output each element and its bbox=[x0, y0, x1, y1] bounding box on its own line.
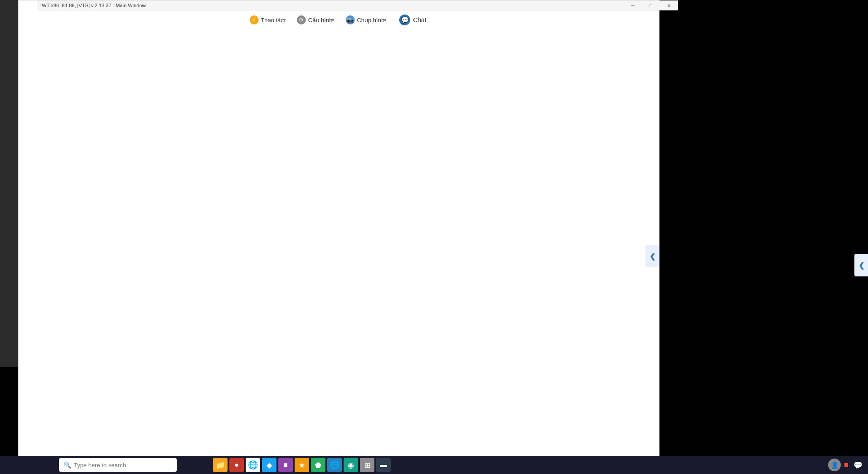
config-dropdown-arrow: ▾ bbox=[332, 17, 335, 23]
operations-label: Thao tác bbox=[261, 17, 284, 24]
operations-icon: ⚡ bbox=[249, 15, 258, 24]
taskbar-app-11[interactable]: ▬ bbox=[376, 458, 391, 472]
app6-icon: ★ bbox=[299, 461, 305, 469]
app11-icon: ▬ bbox=[380, 461, 387, 469]
taskbar-chat-icon: 💬 bbox=[853, 461, 863, 469]
close-button[interactable]: ✕ bbox=[660, 0, 678, 10]
search-input[interactable] bbox=[74, 462, 165, 469]
capture-label: Chụp hình bbox=[357, 17, 384, 24]
window-title: LWT-x86_84-86, [VTS] v.2.13.37 - Main Wi… bbox=[39, 3, 145, 8]
content-area bbox=[19, 28, 659, 457]
capture-icon: 📷 bbox=[345, 15, 354, 24]
chat-icon: 💬 bbox=[399, 15, 410, 25]
taskbar-app-8[interactable]: 🌐 bbox=[327, 458, 342, 472]
toolbar-buttons: ⚡ Thao tác ▾ ⚙ Cấu hình ▾ 📷 Chụp hình ▾ … bbox=[245, 12, 432, 28]
capture-button[interactable]: 📷 Chụp hình ▾ bbox=[341, 13, 391, 27]
app10-icon: ⊞ bbox=[364, 461, 370, 469]
app7-icon: ⬟ bbox=[315, 461, 321, 469]
chevron-left-icon-2: ❮ bbox=[858, 261, 864, 270]
taskbar-app-4[interactable]: ◆ bbox=[262, 458, 276, 472]
taskbar: 🔍 📁 ● 🌐 ◆ ■ ★ ⬟ 🌐 ◉ ⊞ bbox=[0, 456, 868, 474]
red-dot bbox=[844, 463, 848, 467]
taskbar-app-chrome[interactable]: 🌐 bbox=[246, 458, 260, 472]
app8-icon: 🌐 bbox=[330, 460, 339, 470]
search-icon: 🔍 bbox=[63, 461, 71, 469]
taskbar-chat[interactable]: 💬 bbox=[852, 459, 864, 471]
config-icon: ⚙ bbox=[297, 15, 306, 24]
maximize-button[interactable]: □ bbox=[642, 0, 660, 10]
app4-icon: ◆ bbox=[267, 461, 272, 469]
side-panel-chevron-1[interactable]: ❮ bbox=[645, 245, 659, 267]
capture-dropdown-arrow: ▾ bbox=[384, 17, 387, 23]
taskbar-right: 👤 💬 bbox=[828, 459, 868, 471]
app-window: LWT-x86_84-86, [VTS] v.2.13.37 - Main Wi… bbox=[18, 0, 659, 458]
window-controls: ─ □ ✕ bbox=[624, 0, 678, 10]
taskbar-app-folder[interactable]: 📁 bbox=[213, 458, 228, 472]
config-label: Cấu hình bbox=[308, 17, 333, 24]
taskbar-app-6[interactable]: ★ bbox=[295, 458, 309, 472]
app5-icon: ■ bbox=[283, 461, 288, 469]
taskbar-app-2[interactable]: ● bbox=[229, 458, 244, 472]
chrome-icon: 🌐 bbox=[248, 460, 258, 470]
title-bar: LWT-x86_84-86, [VTS] v.2.13.37 - Main Wi… bbox=[37, 0, 678, 10]
side-panel-chevron-2[interactable]: ❮ bbox=[854, 254, 868, 276]
config-button[interactable]: ⚙ Cấu hình ▾ bbox=[292, 13, 339, 27]
notification-dot bbox=[844, 463, 848, 467]
chevron-left-icon-1: ❮ bbox=[650, 252, 655, 261]
taskbar-app-10[interactable]: ⊞ bbox=[360, 458, 374, 472]
folder-icon: 📁 bbox=[215, 460, 225, 470]
taskbar-app-7[interactable]: ⬟ bbox=[311, 458, 325, 472]
taskbar-person[interactable]: 👤 bbox=[828, 459, 841, 471]
taskbar-app-5[interactable]: ■ bbox=[278, 458, 293, 472]
start-area bbox=[0, 456, 27, 474]
operations-dropdown-arrow: ▾ bbox=[283, 17, 286, 23]
app2-icon: ● bbox=[234, 461, 239, 469]
minimize-button[interactable]: ─ bbox=[624, 0, 642, 10]
taskbar-apps: 📁 ● 🌐 ◆ ■ ★ ⬟ 🌐 ◉ ⊞ ▬ bbox=[213, 458, 391, 472]
taskbar-app-9[interactable]: ◉ bbox=[344, 458, 358, 472]
operations-button[interactable]: ⚡ Thao tác ▾ bbox=[245, 13, 291, 27]
chat-button[interactable]: 💬 Chat bbox=[393, 12, 433, 28]
left-sidebar bbox=[0, 0, 18, 367]
person-icon: 👤 bbox=[831, 461, 839, 469]
app9-icon: ◉ bbox=[348, 461, 354, 469]
chat-label: Chat bbox=[413, 16, 427, 24]
taskbar-search-box[interactable]: 🔍 bbox=[59, 458, 177, 472]
